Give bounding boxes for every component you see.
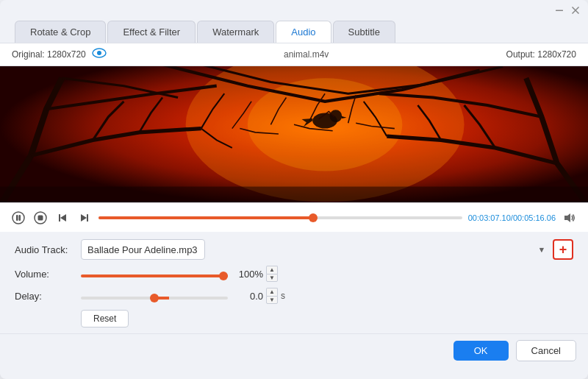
- video-frame: [0, 66, 588, 202]
- tab-subtitle[interactable]: Subtitle: [333, 21, 395, 43]
- delay-row: Delay: 0.0 ▲ ▼ s: [15, 288, 573, 304]
- filename-display: animal.m4v: [284, 49, 329, 60]
- svg-rect-18: [87, 214, 88, 222]
- delay-spinner: ▲ ▼: [266, 288, 278, 304]
- delay-value-group: 0.0 ▲ ▼ s: [235, 288, 285, 304]
- svg-rect-15: [38, 215, 43, 220]
- track-label: Audio Track:: [15, 244, 74, 255]
- stop-button[interactable]: [32, 210, 49, 226]
- volume-spinner: ▲ ▼: [266, 266, 278, 282]
- delay-label: Delay:: [15, 291, 74, 302]
- output-resolution: Output: 1280x720: [506, 49, 576, 60]
- minimize-button[interactable]: [554, 5, 564, 15]
- tabs-bar: Rotate & Crop Effect & Filter Watermark …: [0, 21, 588, 43]
- progress-bar[interactable]: [98, 216, 462, 219]
- playback-controls: 00:03:07.10/00:05:16.06: [0, 202, 588, 232]
- reset-button[interactable]: Reset: [81, 310, 129, 327]
- delay-down-button[interactable]: ▼: [266, 296, 278, 304]
- svg-point-11: [12, 212, 24, 224]
- volume-icon[interactable]: [562, 210, 578, 226]
- svg-marker-17: [60, 214, 66, 222]
- cancel-button[interactable]: Cancel: [516, 340, 576, 361]
- ok-button[interactable]: OK: [453, 341, 509, 361]
- svg-rect-10: [0, 187, 588, 202]
- svg-rect-12: [16, 215, 18, 221]
- title-bar: [0, 0, 588, 21]
- tab-watermark[interactable]: Watermark: [197, 21, 274, 43]
- tab-effect[interactable]: Effect & Filter: [107, 21, 196, 43]
- svg-point-9: [329, 110, 342, 122]
- skip-forward-button[interactable]: [76, 210, 93, 226]
- svg-marker-20: [564, 213, 570, 222]
- svg-marker-19: [81, 214, 87, 222]
- add-track-button[interactable]: +: [553, 239, 573, 260]
- svg-point-4: [97, 51, 101, 55]
- tab-audio[interactable]: Audio: [276, 21, 331, 43]
- volume-value-group: 100% ▲ ▼: [235, 266, 278, 282]
- audio-track-row: Audio Track: Ballade Pour Adeline.mp3 ▾ …: [15, 239, 573, 260]
- video-preview-area: [0, 66, 588, 202]
- eye-icon[interactable]: [92, 48, 107, 61]
- volume-up-button[interactable]: ▲: [266, 266, 278, 274]
- tab-rotate[interactable]: Rotate & Crop: [15, 21, 106, 43]
- volume-value: 100%: [235, 269, 263, 280]
- time-display: 00:03:07.10/00:05:16.06: [468, 213, 556, 222]
- volume-slider-container: [81, 269, 228, 280]
- delay-up-button[interactable]: ▲: [266, 288, 278, 296]
- close-button[interactable]: [570, 5, 581, 15]
- audio-track-select[interactable]: Ballade Pour Adeline.mp3: [81, 239, 205, 260]
- delay-value: 0.0: [235, 291, 263, 302]
- delay-unit: s: [281, 291, 285, 301]
- volume-slider[interactable]: [81, 274, 228, 277]
- volume-down-button[interactable]: ▼: [266, 274, 278, 282]
- svg-rect-0: [556, 10, 563, 12]
- info-bar: Original: 1280x720 animal.m4v Output: 12…: [0, 43, 588, 66]
- footer: OK Cancel: [0, 333, 588, 367]
- skip-back-button[interactable]: [54, 210, 71, 226]
- volume-row: Volume: 100% ▲ ▼: [15, 266, 573, 282]
- reset-row: Reset: [15, 310, 573, 327]
- audio-panel: Audio Track: Ballade Pour Adeline.mp3 ▾ …: [0, 232, 588, 333]
- delay-slider-container: [81, 291, 228, 302]
- svg-rect-16: [59, 214, 60, 222]
- svg-rect-13: [19, 215, 21, 221]
- delay-slider[interactable]: [81, 297, 228, 300]
- volume-label: Volume:: [15, 269, 74, 280]
- pause-button[interactable]: [10, 210, 26, 226]
- track-select-container: Ballade Pour Adeline.mp3 ▾ +: [81, 239, 573, 260]
- main-window: Rotate & Crop Effect & Filter Watermark …: [0, 0, 588, 379]
- original-resolution: Original: 1280x720: [12, 48, 107, 61]
